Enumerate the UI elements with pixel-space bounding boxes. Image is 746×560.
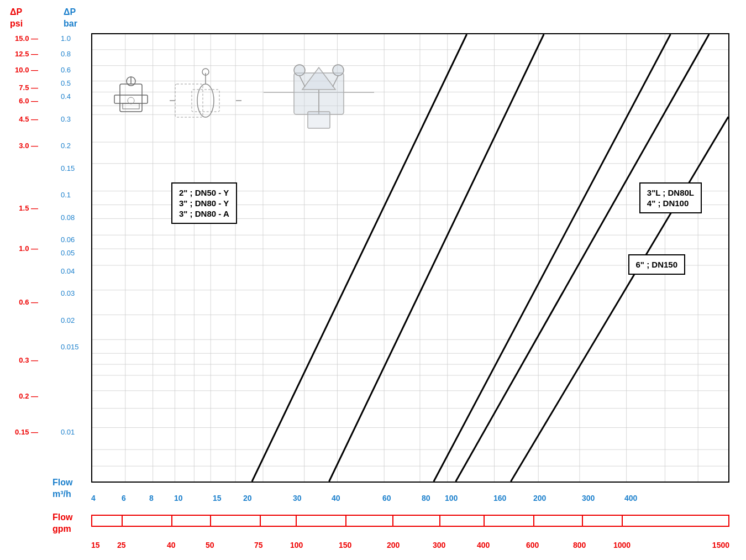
legend-box-3: 6" ; DN150 xyxy=(628,254,685,275)
gpm-tick-300: 300 xyxy=(433,541,445,549)
psi-tick: 3.0 — xyxy=(19,142,38,150)
psi-tick: 1.0 — xyxy=(19,244,38,253)
bar-tick: 0.04 xyxy=(61,267,75,275)
bar-tick: 0.01 xyxy=(61,428,75,436)
x-tick-6: 6 xyxy=(122,494,126,503)
gpm-tick-15: 15 xyxy=(91,541,100,549)
legend-line: 3" ; DN80 - Y xyxy=(179,198,229,208)
bar-tick: 0.15 xyxy=(61,164,75,172)
bar-tick: 0.08 xyxy=(61,213,75,222)
legend-line: 2" ; DN50 - Y xyxy=(179,188,229,197)
valve-illustration-2 xyxy=(170,67,241,136)
svg-rect-48 xyxy=(120,84,142,112)
svg-point-56 xyxy=(197,84,214,117)
x-tick-15: 15 xyxy=(213,494,222,503)
legend-line: 3"L ; DN80L xyxy=(647,188,694,197)
psi-tick: 1.5 — xyxy=(19,204,38,212)
psi-tick: 6.0 — xyxy=(19,97,38,105)
bar-tick: 0.2 xyxy=(61,142,71,150)
gpm-tick-600: 600 xyxy=(526,541,539,549)
x-tick-300: 300 xyxy=(582,494,595,503)
x-tick-20: 20 xyxy=(243,494,252,503)
psi-tick: 0.3 — xyxy=(19,356,38,364)
bar-tick: 0.02 xyxy=(61,316,75,325)
bar-tick: 0.8 xyxy=(61,50,71,58)
bar-tick: 1.0 xyxy=(61,34,71,43)
psi-tick: 12.5 — xyxy=(15,50,38,58)
gpm-tick-25: 25 xyxy=(117,541,126,549)
legend-box-2: 3"L ; DN80L 4" ; DN100 xyxy=(639,182,702,213)
svg-rect-49 xyxy=(114,95,148,103)
bar-tick: 0.05 xyxy=(61,249,75,257)
gpm-tick-50: 50 xyxy=(206,541,214,549)
x-tick-80: 80 xyxy=(422,494,430,503)
legend-line: 3" ; DN80 - A xyxy=(179,209,229,218)
x-tick-400: 400 xyxy=(624,494,637,503)
gpm-tick-1500: 1500 xyxy=(712,541,729,549)
gpm-tick-800: 800 xyxy=(573,541,586,549)
svg-line-47 xyxy=(511,117,728,482)
x-tick-60: 60 xyxy=(382,494,391,503)
psi-tick: 7.5 — xyxy=(19,83,38,92)
svg-point-65 xyxy=(294,65,305,76)
gpm-tick-150: 150 xyxy=(339,541,351,549)
y-axis-psi-label: ΔPpsi xyxy=(10,7,23,30)
svg-point-53 xyxy=(128,97,134,104)
x-tick-40: 40 xyxy=(332,494,340,503)
valve-illustration-3 xyxy=(264,62,374,136)
bar-tick: 0.3 xyxy=(61,115,71,123)
svg-rect-54 xyxy=(175,84,203,117)
psi-tick: 10.0 — xyxy=(15,66,38,74)
svg-rect-69 xyxy=(308,112,330,128)
x-tick-30: 30 xyxy=(293,494,302,503)
x-tick-100: 100 xyxy=(445,494,458,503)
x-tick-4: 4 xyxy=(91,494,96,503)
x-tick-160: 160 xyxy=(493,494,506,503)
bar-tick: 0.4 xyxy=(61,92,71,101)
psi-axis: 15.0 — 12.5 — 10.0 — 7.5 — 6.0 — 4.5 — 3… xyxy=(10,34,40,482)
x-tick-8: 8 xyxy=(149,494,154,503)
svg-rect-55 xyxy=(192,90,219,112)
svg-point-66 xyxy=(333,65,344,76)
gpm-tick-75: 75 xyxy=(254,541,263,549)
psi-tick: 0.15 — xyxy=(15,428,38,436)
bar-tick: 0.5 xyxy=(61,79,71,87)
bar-tick: 0.03 xyxy=(61,289,75,297)
x-axis-flow-gpm-label: Flowgpm xyxy=(52,512,72,535)
gpm-ruler xyxy=(91,515,729,527)
chart-container: ΔPpsi ΔPbar 15.0 — 12.5 — 10.0 — 7.5 — 6… xyxy=(0,0,746,560)
bar-tick: 0.015 xyxy=(61,343,79,351)
bar-tick: 0.06 xyxy=(61,235,75,244)
bar-tick: 0.6 xyxy=(61,66,71,74)
legend-line: 6" ; DN150 xyxy=(636,260,677,269)
bar-axis: 1.0 0.8 0.6 0.5 0.4 0.3 0.2 0.15 0.1 0.0… xyxy=(61,34,91,482)
psi-tick: 15.0 — xyxy=(15,34,38,43)
valve-illustration-1 xyxy=(103,73,159,130)
legend-line: 4" ; DN100 xyxy=(647,198,694,208)
gpm-tick-40: 40 xyxy=(167,541,176,549)
gpm-tick-100: 100 xyxy=(290,541,303,549)
psi-tick: 0.6 — xyxy=(19,298,38,306)
psi-tick: 4.5 — xyxy=(19,115,38,123)
legend-box-1: 2" ; DN50 - Y 3" ; DN80 - Y 3" ; DN80 - … xyxy=(171,182,237,224)
gpm-tick-1000: 1000 xyxy=(613,541,631,549)
y-axis-bar-label: ΔPbar xyxy=(64,7,77,30)
psi-tick: 0.2 — xyxy=(19,392,38,400)
gpm-tick-200: 200 xyxy=(387,541,400,549)
x-tick-10: 10 xyxy=(174,494,183,503)
x-tick-200: 200 xyxy=(533,494,546,503)
bar-tick: 0.1 xyxy=(61,191,71,199)
gpm-tick-400: 400 xyxy=(477,541,490,549)
x-axis-flow-m3-label: Flowm³/h xyxy=(52,477,72,500)
